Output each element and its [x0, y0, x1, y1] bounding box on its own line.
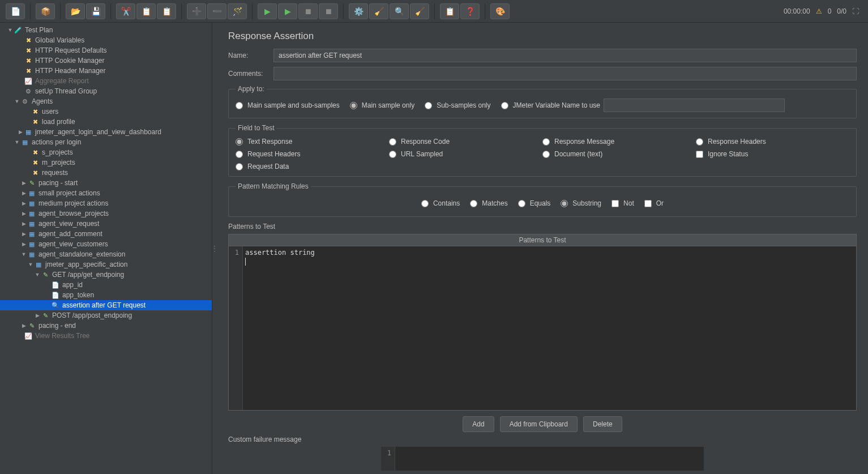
start-no-pause-button[interactable]: ▶: [278, 3, 297, 19]
delete-button[interactable]: Delete: [583, 416, 622, 432]
tree-toggle[interactable]: ▶: [34, 313, 41, 318]
tree-item[interactable]: ▶✎pacing - end: [0, 321, 212, 331]
match-contains[interactable]: Contains: [421, 199, 460, 207]
match-substring[interactable]: Substring: [561, 199, 601, 207]
opt-response-headers[interactable]: Response Headers: [696, 138, 849, 146]
tree-toggle[interactable]: ▶: [20, 221, 27, 227]
tree-item[interactable]: ▶▦agent_browse_projects: [0, 208, 212, 219]
tree-item[interactable]: ⚙setUp Thread Group: [0, 86, 212, 96]
jmeter-var-input[interactable]: [604, 99, 785, 112]
add-button[interactable]: Add: [463, 416, 494, 432]
tree-toggle[interactable]: ▼: [14, 99, 20, 104]
apply-jmeter-var[interactable]: JMeter Variable Name to use: [501, 101, 601, 109]
add-clipboard-button[interactable]: Add from Clipboard: [500, 416, 578, 432]
tree-toggle[interactable]: ▶: [20, 200, 27, 206]
new-file-button[interactable]: 📄: [6, 3, 25, 19]
expand-button[interactable]: ➕: [187, 3, 206, 19]
function-helper-button[interactable]: 📋: [440, 3, 459, 19]
opt-response-message[interactable]: Response Message: [542, 138, 696, 146]
test-plan-tree[interactable]: ▼🧪Test Plan✖Global Variables✖HTTP Reques…: [0, 23, 212, 474]
tree-toggle[interactable]: ▶: [20, 323, 27, 328]
tree-item[interactable]: 📄app_id: [0, 280, 212, 290]
tree-toggle[interactable]: ▶: [20, 231, 27, 237]
tree-toggle[interactable]: ▼: [7, 27, 14, 33]
chk-ignore-status[interactable]: Ignore Status: [696, 150, 849, 158]
stop-button[interactable]: ⏹: [298, 3, 318, 19]
tree-toggle[interactable]: ▶: [20, 241, 27, 247]
help-button[interactable]: ❓: [460, 3, 480, 19]
tree-item[interactable]: 📄app_token: [0, 290, 212, 300]
toggle-button[interactable]: 🪄: [228, 3, 247, 19]
tree-toggle[interactable]: ▶: [17, 129, 24, 135]
comments-input[interactable]: [273, 67, 857, 80]
tree-toggle[interactable]: ▼: [34, 272, 41, 277]
custom-msg-editor[interactable]: 1: [381, 447, 704, 471]
clear-button[interactable]: 🧹: [369, 3, 388, 19]
tree-toggle[interactable]: ▶: [20, 190, 27, 196]
tree-item[interactable]: ▶▦agent_view_request: [0, 219, 212, 229]
copy-button[interactable]: 📋: [136, 3, 156, 19]
tree-item[interactable]: ▶▦small project actions: [0, 188, 212, 198]
start-button[interactable]: ▶: [258, 3, 277, 19]
misc-button[interactable]: 🎨: [490, 3, 510, 19]
tree-item[interactable]: ✖requests: [0, 168, 212, 178]
match-or[interactable]: Or: [644, 199, 664, 207]
patterns-editor[interactable]: 1 asserttion string: [228, 246, 857, 411]
apply-sub-only[interactable]: Sub-samples only: [425, 101, 490, 109]
tree-item[interactable]: ✖m_projects: [0, 157, 212, 168]
tree-toggle[interactable]: ▼: [14, 139, 20, 145]
tree-toggle[interactable]: ▶: [20, 211, 27, 216]
shutdown-button[interactable]: ⏹: [319, 3, 338, 19]
tree-item[interactable]: ▶▦jmeter_agent_login_and_view_dashboard: [0, 127, 212, 137]
opt-document-text[interactable]: Document (text): [542, 150, 696, 158]
tree-item[interactable]: ▶✎POST /app/post_endpoing: [0, 310, 212, 321]
remote-start-button[interactable]: ⚙️: [349, 3, 368, 19]
tree-item[interactable]: ✖HTTP Header Manager: [0, 66, 212, 76]
opt-text-response[interactable]: Text Response: [236, 138, 389, 146]
tree-item[interactable]: 📈Aggregate Report: [0, 76, 212, 86]
cut-button[interactable]: ✂️: [116, 3, 135, 19]
custom-code-body[interactable]: [395, 447, 704, 471]
tree-item[interactable]: ▼▦actions per login: [0, 137, 212, 147]
match-equals[interactable]: Equals: [518, 199, 551, 207]
tree-item[interactable]: ✖HTTP Request Defaults: [0, 45, 212, 55]
tree-item[interactable]: ▶✎pacing - start: [0, 178, 212, 188]
tree-item[interactable]: ✖Global Variables: [0, 35, 212, 45]
tree-item[interactable]: ✖HTTP Cookie Manager: [0, 55, 212, 66]
tree-item[interactable]: ✖load profile: [0, 117, 212, 127]
tree-item[interactable]: ▶▦agent_view_customers: [0, 239, 212, 249]
tree-toggle[interactable]: ▼: [20, 251, 27, 257]
opt-request-headers[interactable]: Request Headers: [236, 150, 389, 158]
tree-toggle[interactable]: ▶: [20, 180, 27, 186]
match-matches[interactable]: Matches: [470, 199, 507, 207]
name-input[interactable]: [273, 49, 857, 62]
search-button[interactable]: 🔍: [390, 3, 409, 19]
tree-item[interactable]: ▼⚙Agents: [0, 96, 212, 106]
match-not[interactable]: Not: [612, 199, 634, 207]
save-button[interactable]: 💾: [86, 3, 105, 19]
collapse-button[interactable]: ➖: [207, 3, 226, 19]
apply-main-sub[interactable]: Main sample and sub-samples: [236, 101, 340, 109]
tree-item[interactable]: ▶▦agent_add_comment: [0, 229, 212, 239]
tree-item[interactable]: ▼▦jmeter_app_specific_action: [0, 259, 212, 270]
split-handle[interactable]: [212, 23, 217, 474]
tree-item[interactable]: 🔍assertion after GET request: [0, 300, 212, 310]
tree-item[interactable]: ▼✎GET /app/get_endpoing: [0, 270, 212, 280]
opt-url-sampled[interactable]: URL Sampled: [389, 150, 542, 158]
tree-item[interactable]: 📈View Results Tree: [0, 331, 212, 341]
open-button[interactable]: 📂: [66, 3, 85, 19]
tree-item[interactable]: ▼🧪Test Plan: [0, 25, 212, 35]
templates-button[interactable]: 📦: [36, 3, 55, 19]
settings-icon[interactable]: ⛶: [852, 7, 859, 15]
opt-response-code[interactable]: Response Code: [389, 138, 542, 146]
tree-item[interactable]: ✖s_projects: [0, 147, 212, 157]
tree-item[interactable]: ▶▦medium project actions: [0, 198, 212, 208]
tree-item[interactable]: ▼▦agent_standalone_extension: [0, 249, 212, 259]
opt-request-data[interactable]: Request Data: [236, 163, 389, 170]
clear-all-button[interactable]: 🧹: [410, 3, 429, 19]
tree-item[interactable]: ✖users: [0, 106, 212, 117]
tree-toggle[interactable]: ▼: [27, 262, 34, 267]
apply-main-only[interactable]: Main sample only: [350, 101, 414, 109]
pattern-code[interactable]: asserttion string: [243, 246, 856, 410]
paste-button[interactable]: 📋: [157, 3, 176, 19]
